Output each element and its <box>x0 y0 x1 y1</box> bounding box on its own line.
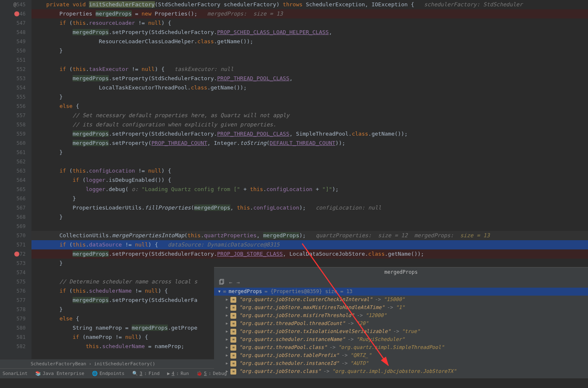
debug-tree-entry[interactable]: ▶ = "org.quartz.jobStore.tablePrefix" ->… <box>214 351 588 359</box>
code-line[interactable]: mergedProps.setProperty(PROP_THREAD_COUN… <box>31 139 588 148</box>
gutter-line[interactable]: 545 <box>0 0 31 9</box>
code-line[interactable]: mergedProps.setProperty(StdSchedulerFact… <box>31 129 588 139</box>
debug-tree[interactable]: ▼ ∞ mergedProps = {Properties@8359} size… <box>214 288 588 375</box>
debug-tree-entry[interactable]: ▶ = "org.quartz.threadPool.threadCount" … <box>214 320 588 328</box>
gutter-line[interactable]: 557 <box>0 111 31 120</box>
gutter-line[interactable]: 549 <box>0 37 31 46</box>
debug-tree-entry[interactable]: ▶ = "org.quartz.jobStore.maxMisfiresToHa… <box>214 304 588 312</box>
status-find[interactable]: 🔍 3: Find <box>132 371 160 376</box>
code-line[interactable]: else { <box>31 102 588 111</box>
gutter-line[interactable]: 564 <box>0 176 31 185</box>
code-line[interactable]: } <box>31 194 588 203</box>
status-sonarlint[interactable]: SonarLint <box>3 371 28 376</box>
debug-tree-entry[interactable]: ▶ = "org.quartz.jobStore.class" -> "org.… <box>214 367 588 375</box>
gutter-line[interactable]: 566 <box>0 194 31 203</box>
breakpoint-icon[interactable] <box>14 252 19 257</box>
code-line[interactable]: LocalTaskExecutorThreadPool.class.getNam… <box>31 83 588 92</box>
gutter-line[interactable]: 571 <box>0 240 31 249</box>
status-run[interactable]: ▶ 4: Run <box>167 371 189 376</box>
gutter-line[interactable]: 569 <box>0 222 31 231</box>
code-line[interactable]: if (this.dataSource != null) { dataSourc… <box>31 240 588 249</box>
code-line[interactable]: mergedProps.setProperty(StdSchedulerFact… <box>31 74 588 83</box>
debug-panel: mergedProps ← → ▼ ∞ mergedProps = {Prope… <box>214 267 588 369</box>
gutter[interactable]: 5455465475485495505515525535545555565575… <box>0 0 31 359</box>
gutter-line[interactable]: 561 <box>0 148 31 157</box>
code-line[interactable]: ResourceLoaderClassLoadHelper.class.getN… <box>31 37 588 46</box>
debug-tree-entry[interactable]: ▶ = "org.quartz.jobStore.txIsolationLeve… <box>214 328 588 336</box>
code-line[interactable]: mergedProps.setProperty(StdSchedulerFact… <box>31 28 588 37</box>
gutter-line[interactable]: 547 <box>0 18 31 28</box>
gutter-line[interactable]: 565 <box>0 185 31 194</box>
code-line[interactable]: } <box>31 259 588 268</box>
code-line[interactable]: } <box>31 92 588 102</box>
gutter-line[interactable]: 552 <box>0 65 31 74</box>
gutter-line[interactable]: 554 <box>0 83 31 92</box>
gutter-line[interactable]: 567 <box>0 203 31 212</box>
gutter-line[interactable]: 546 <box>0 9 31 18</box>
gutter-line[interactable]: 575 <box>0 277 31 286</box>
forward-icon[interactable]: → <box>237 279 240 286</box>
code-line[interactable]: private void initSchedulerFactory(StdSch… <box>31 0 588 9</box>
breadcrumb-method[interactable]: initSchedulerFactory() <box>93 361 157 367</box>
gutter-line[interactable]: 574 <box>0 268 31 277</box>
gutter-line[interactable]: 572 <box>0 249 31 259</box>
gutter-line[interactable]: 548 <box>0 28 31 37</box>
copy-icon[interactable] <box>218 279 225 286</box>
debug-toolbar: ← → <box>214 277 588 288</box>
code-line[interactable]: } <box>31 46 588 55</box>
debug-tree-entry[interactable]: ▶ = "org.quartz.threadPool.class" -> "or… <box>214 343 588 351</box>
gutter-line[interactable]: 581 <box>0 333 31 342</box>
gutter-line[interactable]: 553 <box>0 74 31 83</box>
code-line[interactable]: if (logger.isDebugEnabled()) { <box>31 176 588 185</box>
code-line[interactable] <box>31 222 588 231</box>
code-line[interactable]: CollectionUtils.mergePropertiesIntoMap(t… <box>31 231 588 240</box>
status-java-enterprise[interactable]: 📚 Java Enterprise <box>35 371 84 376</box>
gutter-line[interactable]: 551 <box>0 55 31 65</box>
code-line[interactable]: Properties mergedProps = new Properties(… <box>31 9 588 18</box>
back-icon[interactable]: ← <box>229 279 233 286</box>
gutter-line[interactable]: 573 <box>0 259 31 268</box>
gutter-line[interactable]: 579 <box>0 314 31 323</box>
gutter-line[interactable]: 582 <box>0 342 31 351</box>
debug-panel-title: mergedProps <box>214 267 588 277</box>
debug-tree-entry[interactable]: ▶ = "org.quartz.jobStore.misfireThreshol… <box>214 312 588 320</box>
breadcrumb-class[interactable]: SchedulerFactoryBean <box>29 361 87 367</box>
debug-tree-entry[interactable]: ▶ = "org.quartz.scheduler.instanceName" … <box>214 336 588 343</box>
debug-tree-root[interactable]: ▼ ∞ mergedProps = {Properties@8359} size… <box>214 288 588 296</box>
debug-tree-entry[interactable]: ▶ = "org.quartz.scheduler.instanceId" ->… <box>214 359 588 367</box>
gutter-line[interactable]: 560 <box>0 139 31 148</box>
gutter-line[interactable]: 556 <box>0 102 31 111</box>
gutter-line[interactable]: 562 <box>0 157 31 166</box>
code-line[interactable]: if (this.configLocation != null) { <box>31 166 588 176</box>
code-line[interactable]: PropertiesLoaderUtils.fillProperties(mer… <box>31 203 588 212</box>
breakpoint-icon[interactable] <box>14 11 19 16</box>
code-line[interactable]: mergedProps.setProperty(StdSchedulerFact… <box>31 249 588 259</box>
code-line[interactable]: } <box>31 148 588 157</box>
code-line[interactable]: // Set necessary default properties here… <box>31 111 588 120</box>
code-line[interactable]: logger.debug( o: "Loading Quartz config … <box>31 185 588 194</box>
code-line[interactable] <box>31 157 588 166</box>
breadcrumb-sep: › <box>87 361 93 367</box>
debug-tree-entry[interactable]: ▶ = "org.quartz.jobStore.clusterCheckinI… <box>214 296 588 304</box>
code-line[interactable]: if (this.taskExecutor != null) { taskExe… <box>31 65 588 74</box>
gutter-line[interactable]: 563 <box>0 166 31 176</box>
gutter-line[interactable]: 550 <box>0 46 31 55</box>
gutter-line[interactable]: 570 <box>0 231 31 240</box>
gutter-line[interactable]: 576 <box>0 286 31 296</box>
code-line[interactable] <box>31 55 588 65</box>
gutter-line[interactable]: 555 <box>0 92 31 102</box>
gutter-line[interactable]: 578 <box>0 305 31 314</box>
gutter-line[interactable]: 559 <box>0 129 31 139</box>
status-endpoints[interactable]: 🌐 Endpoints <box>92 371 125 376</box>
code-line[interactable]: // its default configuration when explic… <box>31 120 588 129</box>
code-line[interactable]: if (this.resourceLoader != null) { <box>31 18 588 28</box>
gutter-line[interactable]: 580 <box>0 323 31 333</box>
gutter-line[interactable]: 577 <box>0 296 31 305</box>
code-line[interactable]: } <box>31 212 588 222</box>
gutter-line[interactable]: 568 <box>0 212 31 222</box>
gutter-line[interactable]: 558 <box>0 120 31 129</box>
